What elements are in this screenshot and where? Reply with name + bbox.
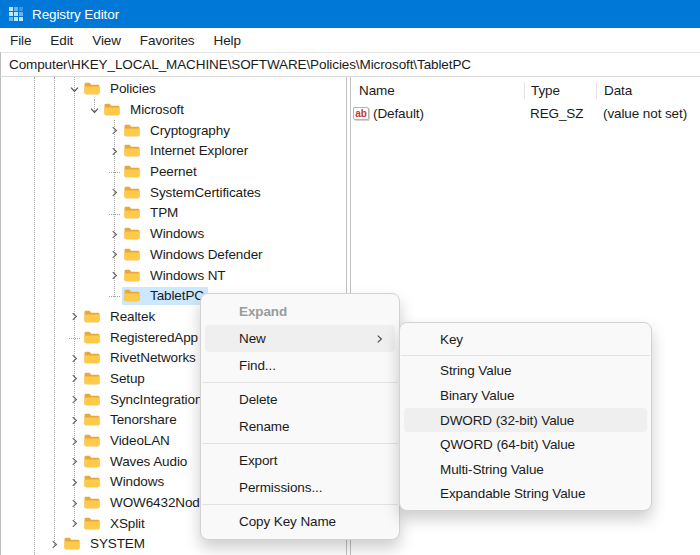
submenu-item-key[interactable]: Key (404, 327, 647, 352)
context-menu-item-new[interactable]: New (205, 325, 395, 352)
tree-item-systemcertificates[interactable]: SystemCertificates (1, 182, 346, 203)
tree-item-peernet[interactable]: Peernet (1, 162, 346, 183)
submenu-item-dword-32-bit-value[interactable]: DWORD (32-bit) Value (404, 408, 647, 433)
address-bar[interactable]: Computer\HKEY_LOCAL_MACHINE\SOFTWARE\Pol… (0, 52, 700, 77)
tree-node[interactable]: Realtek (82, 308, 159, 326)
tree-node[interactable]: TPM (122, 204, 182, 222)
chevron-right-icon[interactable] (69, 311, 80, 322)
tree-node[interactable]: Policies (82, 80, 160, 98)
tree-node[interactable]: Setup (82, 370, 149, 388)
tree-node[interactable]: VideoLAN (82, 432, 174, 450)
tree-node[interactable]: SyncIntegration (82, 391, 206, 409)
tree-item-microsoft[interactable]: Microsoft (1, 100, 346, 121)
tree-node-selected[interactable]: TabletPC (122, 287, 208, 305)
tree-node[interactable]: Peernet (122, 163, 201, 181)
menu-item-label: Multi-String Value (440, 462, 544, 477)
context-menu-item-export[interactable]: Export (205, 447, 395, 474)
tree-item-windows-defender[interactable]: Windows Defender (1, 245, 346, 266)
folder-icon (84, 310, 105, 323)
tree-node[interactable]: SYSTEM (62, 535, 149, 553)
menubar-item-favorites[interactable]: Favorites (140, 33, 195, 48)
folder-icon (84, 372, 105, 385)
value-row-default[interactable]: ab(Default)REG_SZ(value not set) (351, 103, 700, 124)
context-menu-item-delete[interactable]: Delete (205, 386, 395, 413)
context-menu: ExpandNewFind...DeleteRenameExportPermis… (200, 293, 400, 540)
menu-item-label: Delete (239, 392, 277, 407)
chevron-right-icon[interactable] (69, 353, 80, 364)
chevron-right-icon[interactable] (109, 249, 120, 260)
menu-item-label: Binary Value (440, 388, 514, 403)
folder-icon (124, 269, 145, 282)
tree-item-label: Windows NT (150, 268, 226, 283)
submenu-arrow-icon (375, 334, 384, 344)
chevron-right-icon[interactable] (69, 518, 80, 529)
tree-item-policies[interactable]: Policies (1, 79, 346, 100)
folder-icon (84, 82, 105, 95)
submenu-item-binary-value[interactable]: Binary Value (404, 383, 647, 408)
chevron-right-icon[interactable] (69, 477, 80, 488)
tree-node[interactable]: RivetNetworks (82, 349, 200, 367)
context-menu-item-find[interactable]: Find... (205, 352, 395, 379)
column-header-type[interactable]: Type (524, 82, 596, 99)
submenu-item-multi-string-value[interactable]: Multi-String Value (404, 457, 647, 482)
tree-node[interactable]: SystemCertificates (122, 184, 265, 202)
folder-icon (64, 537, 85, 550)
chevron-down-icon[interactable] (69, 84, 80, 95)
tree-item-internet-explorer[interactable]: Internet Explorer (1, 141, 346, 162)
context-menu-item-rename[interactable]: Rename (205, 413, 395, 440)
tree-node[interactable]: Windows (122, 225, 208, 243)
tree-item-windows[interactable]: Windows (1, 224, 346, 245)
menubar-item-view[interactable]: View (92, 33, 121, 48)
chevron-right-icon[interactable] (109, 125, 120, 136)
folder-icon (124, 186, 145, 199)
tree-node[interactable]: Windows Defender (122, 246, 266, 264)
context-menu-item-permissions[interactable]: Permissions... (205, 474, 395, 501)
chevron-right-icon[interactable] (69, 415, 80, 426)
chevron-right-icon[interactable] (69, 394, 80, 405)
menu-separator (202, 504, 398, 505)
tree-item-windows-nt[interactable]: Windows NT (1, 265, 346, 286)
tree-node[interactable]: Tenorshare (82, 411, 181, 429)
chevron-right-icon[interactable] (109, 229, 120, 240)
tree-node[interactable]: Microsoft (102, 101, 188, 119)
chevron-right-icon[interactable] (109, 270, 120, 281)
menu-item-label: Expand (239, 304, 287, 319)
tree-node[interactable]: Windows (82, 473, 168, 491)
chevron-right-icon[interactable] (69, 373, 80, 384)
chevron-right-icon[interactable] (49, 539, 60, 550)
column-header-name[interactable]: Name (351, 82, 524, 99)
chevron-right-icon[interactable] (69, 436, 80, 447)
menubar-item-edit[interactable]: Edit (50, 33, 73, 48)
tree-node[interactable]: RegisteredApp (82, 329, 202, 347)
tree-node[interactable]: Internet Explorer (122, 142, 252, 160)
chevron-right-icon[interactable] (69, 456, 80, 467)
folder-icon (84, 496, 105, 509)
column-header-data[interactable]: Data (596, 82, 700, 99)
chevron-right-icon[interactable] (109, 146, 120, 157)
tree-node[interactable]: XSplit (82, 515, 149, 533)
submenu-item-string-value[interactable]: String Value (404, 359, 647, 384)
chevron-none (109, 167, 120, 178)
menu-item-label: Find... (239, 358, 276, 373)
menu-item-label: Rename (239, 419, 289, 434)
tree-item-tpm[interactable]: TPM (1, 203, 346, 224)
tree-node[interactable]: Cryptography (122, 122, 234, 140)
menu-item-label: QWORD (64-bit) Value (440, 437, 575, 452)
new-submenu: KeyString ValueBinary ValueDWORD (32-bit… (399, 322, 652, 511)
tree-node[interactable]: Windows NT (122, 267, 230, 285)
chevron-none (109, 208, 120, 219)
menu-item-label: DWORD (32-bit) Value (440, 413, 574, 428)
tree-item-cryptography[interactable]: Cryptography (1, 120, 346, 141)
submenu-item-expandable-string-value[interactable]: Expandable String Value (404, 482, 647, 507)
tree-node[interactable]: Waves Audio (82, 453, 191, 471)
menubar-item-help[interactable]: Help (213, 33, 240, 48)
menu-separator (202, 443, 398, 444)
chevron-down-icon[interactable] (89, 105, 100, 116)
tree-node[interactable]: WOW6432Nod (82, 494, 204, 512)
tree-item-label: Microsoft (130, 102, 184, 117)
submenu-item-qword-64-bit-value[interactable]: QWORD (64-bit) Value (404, 432, 647, 457)
chevron-right-icon[interactable] (109, 187, 120, 198)
chevron-right-icon[interactable] (69, 498, 80, 509)
menubar-item-file[interactable]: File (10, 33, 31, 48)
context-menu-item-copy-key-name[interactable]: Copy Key Name (205, 508, 395, 535)
